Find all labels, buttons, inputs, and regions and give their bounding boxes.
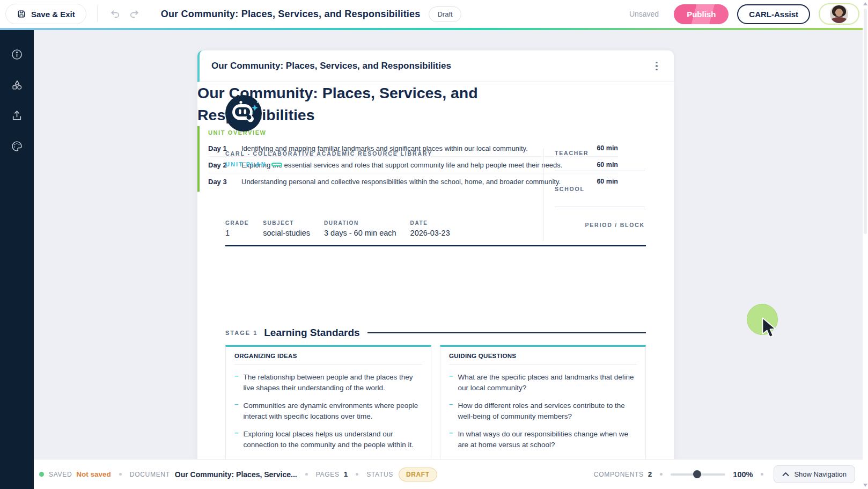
bullet-dash-icon: − bbox=[234, 371, 239, 392]
standards-columns: ORGANIZING IDEAS − The relationship betw… bbox=[225, 345, 646, 459]
draft-badge: Draft bbox=[429, 6, 461, 22]
period-block-field-label: PERIOD / BLOCK bbox=[555, 222, 645, 228]
meta-subject: SUBJECT social-studies bbox=[263, 220, 310, 237]
save-icon bbox=[17, 9, 26, 19]
overview-duration: 60 min bbox=[592, 161, 618, 169]
meta-duration-label: DURATION bbox=[324, 220, 396, 226]
list-item: − How do different roles and services co… bbox=[449, 400, 637, 421]
overview-duration: 60 min bbox=[592, 178, 618, 185]
undo-icon bbox=[109, 9, 121, 20]
components-value: 2 bbox=[648, 470, 652, 478]
guiding-questions-card: GUIDING QUESTIONS − What are the specifi… bbox=[440, 345, 646, 459]
zoom-slider-knob[interactable] bbox=[693, 470, 701, 478]
sidebar-item-components[interactable] bbox=[10, 78, 24, 92]
component-title: Our Community: Places, Services, and Res… bbox=[211, 61, 451, 71]
bullet-dash-icon: − bbox=[449, 371, 453, 392]
left-sidebar bbox=[0, 30, 34, 489]
redo-button[interactable] bbox=[128, 7, 142, 21]
card-divider bbox=[234, 364, 422, 364]
overview-text: Understanding personal and collective re… bbox=[241, 178, 592, 186]
sidebar-item-export[interactable] bbox=[10, 108, 24, 122]
list-item: − The relationship between people and th… bbox=[234, 372, 422, 393]
teacher-field-label: TEACHER bbox=[555, 150, 589, 156]
bullet-dash-icon: − bbox=[449, 399, 453, 420]
organizing-ideas-heading: ORGANIZING IDEAS bbox=[234, 353, 422, 359]
list-item: − What are the specific places and landm… bbox=[449, 372, 637, 393]
meta-date-label: DATE bbox=[410, 220, 450, 226]
meta-duration-value: 3 days - 60 min each bbox=[324, 229, 396, 237]
list-item: − Communities are dynamic environments w… bbox=[234, 400, 422, 421]
card-divider bbox=[449, 364, 637, 364]
bullet-dash-icon: − bbox=[449, 428, 453, 449]
meta-grade-label: GRADE bbox=[225, 220, 249, 226]
sidebar-item-info[interactable] bbox=[10, 47, 24, 61]
component-card-header: Our Community: Places, Services, and Res… bbox=[197, 50, 674, 82]
redo-icon bbox=[129, 9, 140, 20]
scrollbar-thumb[interactable] bbox=[864, 9, 867, 234]
overview-duration: 60 min bbox=[592, 144, 618, 152]
separator-dot bbox=[356, 473, 358, 476]
toolbar-right-group: Unsaved Publish CARL-Assist bbox=[629, 3, 859, 25]
status-bar: SAVED Not saved DOCUMENT Our Community: … bbox=[34, 459, 863, 489]
chevron-up-icon bbox=[782, 472, 789, 477]
meta-grade: GRADE 1 bbox=[225, 220, 249, 237]
bullet-dash-icon: − bbox=[234, 428, 239, 449]
save-exit-label: Save & Exit bbox=[31, 10, 75, 19]
info-icon bbox=[11, 48, 23, 61]
teacher-field-underline bbox=[555, 171, 645, 171]
meta-date: DATE 2026-03-23 bbox=[410, 220, 450, 237]
info-column-divider bbox=[543, 149, 543, 241]
separator-dot bbox=[761, 473, 763, 476]
doc-type-dash-icon bbox=[271, 163, 282, 166]
status-bar-right-group: COMPONENTS 2 100% Show Navigation bbox=[594, 465, 855, 483]
meta-duration: DURATION 3 days - 60 min each bbox=[324, 220, 396, 237]
unsaved-status-text: Unsaved bbox=[629, 10, 659, 18]
meta-subject-value: social-studies bbox=[263, 229, 310, 237]
overview-day: Day 3 bbox=[208, 178, 241, 186]
scrollbar[interactable] bbox=[863, 0, 868, 489]
document-page: CARL - COLLABORATIVE ACADEMIC RESOURCE L… bbox=[197, 82, 674, 459]
saved-label: SAVED bbox=[49, 471, 72, 478]
unit-overview-heading: UNIT OVERVIEW bbox=[208, 129, 618, 136]
publish-button[interactable]: Publish bbox=[674, 4, 729, 24]
document-label: DOCUMENT bbox=[130, 471, 170, 478]
carl-assist-button[interactable]: CARL-Assist bbox=[737, 4, 810, 24]
meta-date-value: 2026-03-23 bbox=[410, 229, 450, 237]
meta-row: GRADE 1 SUBJECT social-studies DURATION … bbox=[225, 220, 450, 237]
document-value: Our Community: Places, Service... bbox=[175, 470, 297, 479]
meta-grade-value: 1 bbox=[225, 229, 249, 237]
school-field-underline bbox=[555, 207, 645, 207]
kebab-menu-button[interactable] bbox=[651, 60, 662, 72]
stage-label: STAGE 1 bbox=[225, 330, 258, 336]
list-item: − Exploring local places helps us unders… bbox=[234, 429, 422, 450]
organizing-ideas-card: ORGANIZING IDEAS − The relationship betw… bbox=[225, 345, 431, 459]
stage-heading-row: STAGE 1 Learning Standards bbox=[225, 327, 646, 339]
upload-icon bbox=[11, 110, 23, 122]
stage-title: Learning Standards bbox=[264, 327, 359, 339]
separator-dot bbox=[119, 473, 122, 476]
user-avatar[interactable] bbox=[819, 3, 859, 25]
scroll-down-arrow-icon[interactable] bbox=[863, 484, 867, 487]
scroll-up-arrow-icon[interactable] bbox=[863, 2, 867, 5]
avatar-photo bbox=[830, 5, 848, 23]
list-item-text: Communities are dynamic environments whe… bbox=[244, 400, 422, 421]
save-exit-button[interactable]: Save & Exit bbox=[5, 4, 86, 24]
list-item-text: Exploring local places helps us understa… bbox=[244, 429, 422, 450]
top-toolbar: Save & Exit Our Community: Places, Servi… bbox=[0, 0, 868, 28]
list-item: − In what ways do our responsibilities c… bbox=[449, 429, 637, 450]
school-field-label: SCHOOL bbox=[555, 186, 585, 192]
doc-type-label: UNIT PLAN bbox=[225, 161, 267, 167]
document-title[interactable]: Our Community: Places, Services, and Res… bbox=[161, 9, 421, 20]
bullet-dash-icon: − bbox=[234, 399, 239, 420]
overview-text: Exploring the essential services and rol… bbox=[241, 161, 592, 169]
undo-button[interactable] bbox=[108, 7, 122, 21]
list-item-text: The relationship between people and the … bbox=[244, 372, 422, 393]
sidebar-item-theme[interactable] bbox=[10, 139, 24, 153]
separator-dot bbox=[305, 473, 308, 476]
section-rule bbox=[225, 245, 646, 246]
show-navigation-button[interactable]: Show Navigation bbox=[774, 465, 855, 483]
stage-rule bbox=[367, 332, 646, 333]
zoom-slider[interactable] bbox=[671, 473, 725, 476]
palette-icon bbox=[11, 140, 23, 152]
meta-subject-label: SUBJECT bbox=[263, 220, 310, 226]
